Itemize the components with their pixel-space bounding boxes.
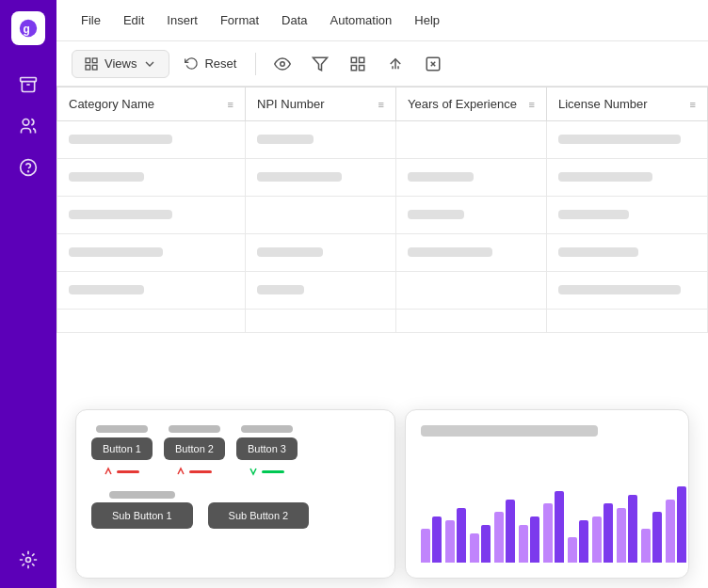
card-left: Button 1 Button 2	[75, 409, 395, 579]
menu-insert[interactable]: Insert	[157, 9, 207, 31]
table-row	[57, 234, 708, 272]
bar-dark	[628, 495, 637, 563]
col-years-experience[interactable]: Years of Experience ≡	[396, 87, 547, 121]
menu-automation[interactable]: Automation	[321, 9, 402, 31]
svg-rect-10	[86, 65, 90, 70]
svg-point-6	[28, 171, 29, 172]
menu-edit[interactable]: Edit	[114, 9, 153, 31]
cell	[246, 159, 396, 197]
svg-text:g: g	[24, 23, 30, 36]
card-btn-2[interactable]: Button 2	[164, 437, 225, 460]
col-license-number[interactable]: License Number ≡	[547, 87, 708, 121]
bar-group	[470, 525, 491, 564]
svg-rect-8	[86, 58, 90, 63]
col-menu-icon-2[interactable]: ≡	[378, 99, 384, 110]
data-table: Category Name ≡ NPI Number ≡ Years of Ex…	[56, 87, 708, 333]
col-category-name[interactable]: Category Name ≡	[57, 87, 246, 121]
cell	[396, 197, 547, 234]
bar-light	[617, 508, 626, 564]
grid-icon[interactable]	[343, 49, 373, 79]
archive-icon[interactable]	[11, 68, 45, 102]
bar-light	[519, 525, 528, 564]
chart-title	[421, 425, 598, 437]
bar-group	[421, 516, 442, 564]
col-menu-icon-1[interactable]: ≡	[228, 99, 233, 110]
indicator-1	[104, 467, 139, 476]
menu-data[interactable]: Data	[272, 9, 316, 31]
cell	[57, 310, 246, 333]
svg-rect-2	[21, 78, 37, 82]
bar-group	[666, 486, 686, 563]
cell	[57, 272, 246, 310]
col-category-name-label: Category Name	[69, 97, 154, 111]
bar-dark	[677, 486, 686, 563]
bar-group	[617, 495, 637, 563]
col-npi-number-label: NPI Number	[257, 97, 325, 111]
help-icon[interactable]	[11, 151, 45, 184]
col-npi-number[interactable]: NPI Number ≡	[246, 87, 396, 121]
reset-button[interactable]: Reset	[177, 53, 244, 74]
users-icon[interactable]	[11, 109, 45, 143]
card-btn-1[interactable]: Button 1	[91, 437, 153, 460]
table-row	[57, 121, 708, 159]
menubar: File Edit Insert Format Data Automation …	[56, 0, 708, 41]
cell	[547, 159, 708, 197]
cell	[396, 272, 547, 310]
card-sub-btn-1[interactable]: Sub Button 1	[91, 502, 193, 529]
bar-group	[568, 520, 588, 563]
cancel-icon[interactable]	[418, 49, 448, 79]
visibility-icon[interactable]	[267, 49, 298, 79]
filter-icon[interactable]	[305, 49, 335, 79]
bar-light	[494, 512, 504, 563]
col-years-exp-label: Years of Experience	[408, 97, 517, 111]
sort-icon[interactable]	[380, 49, 410, 79]
overlay-container: Button 1 Button 2	[56, 400, 708, 588]
bar-group	[592, 503, 613, 563]
cell	[547, 121, 708, 159]
col-menu-icon-3[interactable]: ≡	[529, 99, 535, 110]
cell	[547, 234, 708, 272]
toolbar: Views Reset	[56, 41, 708, 87]
sidebar: g	[0, 0, 56, 588]
bar-light	[470, 533, 479, 564]
cell	[57, 121, 246, 159]
menu-help[interactable]: Help	[405, 9, 449, 31]
integrations-icon[interactable]	[11, 543, 45, 577]
cell	[547, 197, 708, 234]
bar-chart	[421, 444, 673, 563]
bar-dark	[481, 525, 491, 564]
cell	[547, 272, 708, 310]
svg-rect-9	[92, 58, 97, 63]
bar-light	[445, 520, 455, 563]
svg-marker-13	[314, 57, 328, 71]
bar-dark	[457, 508, 466, 564]
menu-format[interactable]: Format	[211, 9, 268, 31]
cell	[57, 197, 246, 234]
cell	[396, 159, 547, 197]
table-row	[57, 159, 708, 197]
bar-dark	[432, 516, 442, 564]
menu-file[interactable]: File	[72, 9, 110, 31]
card-sub-btn-2[interactable]: Sub Button 2	[208, 502, 310, 529]
views-button[interactable]: Views	[72, 50, 169, 78]
bar-dark	[603, 503, 613, 563]
toolbar-divider	[255, 53, 256, 75]
cell	[547, 310, 708, 333]
bar-light	[592, 516, 602, 564]
views-label: Views	[105, 56, 137, 71]
bar-light	[568, 537, 577, 563]
table-row	[57, 310, 708, 333]
svg-point-12	[281, 61, 285, 66]
bar-light	[666, 500, 675, 564]
card-btn-3[interactable]: Button 3	[236, 437, 298, 460]
main-content: File Edit Insert Format Data Automation …	[56, 0, 708, 588]
app-logo: g	[11, 11, 45, 45]
bar-group	[641, 512, 662, 563]
svg-rect-15	[360, 57, 364, 62]
svg-rect-11	[92, 65, 97, 70]
bar-group	[519, 516, 539, 564]
bar-dark	[555, 491, 564, 564]
col-menu-icon-4[interactable]: ≡	[690, 99, 696, 110]
svg-rect-16	[352, 65, 357, 70]
bar-group	[445, 508, 466, 564]
